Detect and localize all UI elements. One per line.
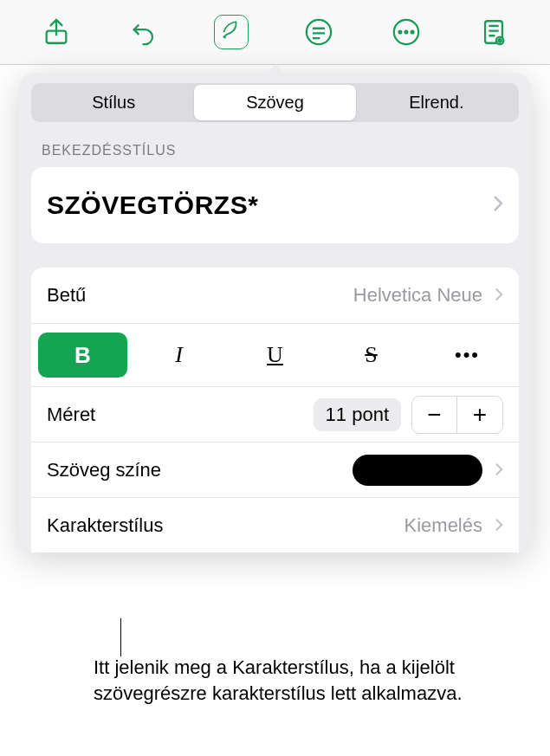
- tab-text[interactable]: Szöveg: [194, 85, 355, 120]
- text-color-swatch[interactable]: [353, 455, 482, 486]
- size-decrease-button[interactable]: −: [412, 397, 457, 433]
- more-format-button[interactable]: •••: [423, 333, 512, 378]
- document-view-button[interactable]: [473, 11, 514, 53]
- font-value: Helvetica Neue: [353, 284, 482, 307]
- chevron-right-icon: [495, 284, 503, 307]
- callout-text: Itt jelenik meg a Karakterstílus, ha a k…: [94, 655, 515, 706]
- format-popover: Stílus Szöveg Elrend. BEKEZDÉSSTÍLUS SZÖ…: [19, 73, 531, 552]
- size-stepper: − +: [411, 396, 503, 434]
- more-button[interactable]: [385, 11, 427, 53]
- chevron-right-icon: [495, 459, 503, 481]
- svg-point-5: [411, 31, 413, 34]
- chevron-right-icon: [493, 195, 503, 216]
- character-style-row[interactable]: Karakterstílus Kiemelés: [31, 497, 519, 552]
- character-style-label: Karakterstílus: [47, 514, 164, 537]
- insert-button[interactable]: [298, 11, 340, 53]
- italic-button[interactable]: I: [134, 333, 223, 378]
- size-label: Méret: [47, 404, 95, 426]
- paragraph-style-section-label: BEKEZDÉSSTÍLUS: [42, 143, 519, 158]
- paragraph-style-card[interactable]: SZÖVEGTÖRZS*: [31, 167, 519, 243]
- svg-point-3: [398, 31, 401, 34]
- share-button[interactable]: [36, 11, 77, 53]
- undo-button[interactable]: [123, 11, 165, 53]
- size-value[interactable]: 11 pont: [314, 398, 401, 431]
- format-brush-button[interactable]: [210, 11, 252, 53]
- font-label: Betű: [47, 284, 86, 307]
- size-increase-button[interactable]: +: [457, 397, 502, 433]
- text-color-label: Szöveg színe: [47, 459, 161, 481]
- tab-style[interactable]: Stílus: [33, 85, 194, 120]
- format-buttons-row: B I U S •••: [31, 323, 519, 386]
- underline-button[interactable]: U: [230, 333, 320, 378]
- tab-arrange[interactable]: Elrend.: [356, 85, 517, 120]
- top-toolbar: [0, 0, 550, 65]
- bold-button[interactable]: B: [38, 333, 127, 378]
- strikethrough-button[interactable]: S: [327, 333, 416, 378]
- size-row: Méret 11 pont − +: [31, 386, 519, 442]
- svg-point-1: [307, 20, 331, 44]
- paragraph-style-name: SZÖVEGTÖRZS*: [47, 191, 258, 220]
- callout-leader-line: [120, 618, 121, 656]
- font-row[interactable]: Betű Helvetica Neue: [31, 268, 519, 323]
- format-tabs: Stílus Szöveg Elrend.: [31, 83, 519, 122]
- svg-point-4: [404, 31, 407, 34]
- svg-point-8: [498, 39, 501, 42]
- character-style-value: Kiemelés: [404, 514, 482, 537]
- chevron-right-icon: [495, 514, 503, 537]
- text-options-card: Betű Helvetica Neue B I U S ••• Méret 11…: [31, 268, 519, 552]
- text-color-row[interactable]: Szöveg színe: [31, 442, 519, 497]
